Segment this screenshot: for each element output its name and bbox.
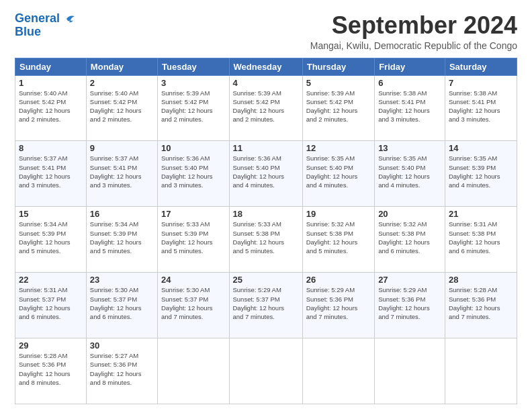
calendar-cell: 8Sunrise: 5:37 AMSunset: 5:41 PMDaylight… bbox=[15, 141, 87, 207]
calendar-cell: 17Sunrise: 5:33 AMSunset: 5:39 PMDayligh… bbox=[158, 207, 230, 273]
day-number: 29 bbox=[19, 340, 83, 351]
day-number: 21 bbox=[449, 209, 513, 219]
column-header-sunday: Sunday bbox=[15, 58, 87, 75]
calendar-cell: 25Sunrise: 5:29 AMSunset: 5:37 PMDayligh… bbox=[229, 273, 302, 338]
day-info: Sunrise: 5:34 AMSunset: 5:39 PMDaylight:… bbox=[90, 220, 154, 255]
day-info: Sunrise: 5:27 AMSunset: 5:36 PMDaylight:… bbox=[90, 351, 154, 387]
day-info: Sunrise: 5:37 AMSunset: 5:41 PMDaylight:… bbox=[19, 154, 83, 189]
logo-general: General bbox=[15, 11, 60, 25]
day-number: 1 bbox=[19, 78, 83, 88]
calendar-cell bbox=[158, 338, 230, 404]
day-number: 24 bbox=[161, 275, 226, 285]
day-info: Sunrise: 5:37 AMSunset: 5:41 PMDaylight:… bbox=[90, 154, 154, 189]
day-number: 15 bbox=[19, 209, 83, 219]
title-area: September 2024 Mangai, Kwilu, Democratic… bbox=[89, 12, 517, 51]
day-info: Sunrise: 5:33 AMSunset: 5:39 PMDaylight:… bbox=[161, 220, 226, 255]
page: General Blue September 2024 Mangai, Kwil… bbox=[0, 0, 532, 411]
month-title: September 2024 bbox=[89, 12, 517, 39]
day-number: 22 bbox=[19, 275, 83, 285]
calendar-cell: 24Sunrise: 5:30 AMSunset: 5:37 PMDayligh… bbox=[158, 273, 230, 338]
column-header-saturday: Saturday bbox=[445, 58, 517, 75]
week-row-2: 8Sunrise: 5:37 AMSunset: 5:41 PMDaylight… bbox=[15, 141, 517, 207]
day-info: Sunrise: 5:33 AMSunset: 5:38 PMDaylight:… bbox=[233, 220, 299, 255]
calendar-body: 1Sunrise: 5:40 AMSunset: 5:42 PMDaylight… bbox=[15, 75, 517, 404]
week-row-3: 15Sunrise: 5:34 AMSunset: 5:39 PMDayligh… bbox=[15, 207, 517, 273]
logo-text: General Blue bbox=[15, 12, 60, 39]
column-header-friday: Friday bbox=[375, 58, 445, 75]
day-info: Sunrise: 5:35 AMSunset: 5:39 PMDaylight:… bbox=[449, 154, 513, 189]
day-number: 8 bbox=[19, 143, 83, 153]
day-number: 11 bbox=[233, 143, 299, 153]
calendar-cell: 7Sunrise: 5:38 AMSunset: 5:41 PMDaylight… bbox=[445, 75, 517, 141]
calendar-cell bbox=[302, 338, 374, 404]
day-info: Sunrise: 5:35 AMSunset: 5:40 PMDaylight:… bbox=[378, 154, 441, 189]
calendar-cell bbox=[375, 338, 445, 404]
column-header-thursday: Thursday bbox=[302, 58, 374, 75]
logo: General Blue bbox=[15, 12, 76, 39]
day-number: 12 bbox=[306, 143, 371, 153]
day-number: 3 bbox=[161, 78, 226, 88]
day-info: Sunrise: 5:39 AMSunset: 5:42 PMDaylight:… bbox=[161, 89, 226, 124]
calendar-cell: 20Sunrise: 5:32 AMSunset: 5:38 PMDayligh… bbox=[375, 207, 445, 273]
day-info: Sunrise: 5:30 AMSunset: 5:37 PMDaylight:… bbox=[161, 285, 226, 321]
week-row-5: 29Sunrise: 5:28 AMSunset: 5:36 PMDayligh… bbox=[15, 338, 517, 404]
day-info: Sunrise: 5:28 AMSunset: 5:36 PMDaylight:… bbox=[449, 285, 513, 321]
day-number: 30 bbox=[90, 340, 154, 351]
day-number: 14 bbox=[449, 143, 513, 153]
day-info: Sunrise: 5:39 AMSunset: 5:42 PMDaylight:… bbox=[306, 89, 371, 124]
calendar-cell: 10Sunrise: 5:36 AMSunset: 5:40 PMDayligh… bbox=[158, 141, 230, 207]
calendar-cell: 11Sunrise: 5:36 AMSunset: 5:40 PMDayligh… bbox=[229, 141, 302, 207]
day-info: Sunrise: 5:31 AMSunset: 5:37 PMDaylight:… bbox=[19, 285, 83, 321]
day-number: 17 bbox=[161, 209, 226, 219]
calendar-cell: 29Sunrise: 5:28 AMSunset: 5:36 PMDayligh… bbox=[15, 338, 87, 404]
day-info: Sunrise: 5:31 AMSunset: 5:38 PMDaylight:… bbox=[449, 220, 513, 255]
day-number: 18 bbox=[233, 209, 299, 219]
day-info: Sunrise: 5:38 AMSunset: 5:41 PMDaylight:… bbox=[378, 89, 441, 124]
day-number: 19 bbox=[306, 209, 371, 219]
day-info: Sunrise: 5:39 AMSunset: 5:42 PMDaylight:… bbox=[233, 89, 299, 124]
day-info: Sunrise: 5:28 AMSunset: 5:36 PMDaylight:… bbox=[19, 351, 83, 387]
day-info: Sunrise: 5:32 AMSunset: 5:38 PMDaylight:… bbox=[378, 220, 441, 255]
week-row-4: 22Sunrise: 5:31 AMSunset: 5:37 PMDayligh… bbox=[15, 273, 517, 338]
column-header-tuesday: Tuesday bbox=[158, 58, 230, 75]
day-number: 28 bbox=[449, 275, 513, 285]
day-number: 7 bbox=[449, 78, 513, 88]
day-number: 10 bbox=[161, 143, 226, 153]
day-number: 13 bbox=[378, 143, 441, 153]
day-info: Sunrise: 5:36 AMSunset: 5:40 PMDaylight:… bbox=[233, 154, 299, 189]
calendar-cell: 9Sunrise: 5:37 AMSunset: 5:41 PMDaylight… bbox=[86, 141, 157, 207]
day-info: Sunrise: 5:36 AMSunset: 5:40 PMDaylight:… bbox=[161, 154, 226, 189]
day-info: Sunrise: 5:32 AMSunset: 5:38 PMDaylight:… bbox=[306, 220, 371, 255]
day-info: Sunrise: 5:34 AMSunset: 5:39 PMDaylight:… bbox=[19, 220, 83, 255]
header: General Blue September 2024 Mangai, Kwil… bbox=[15, 12, 517, 51]
calendar: SundayMondayTuesdayWednesdayThursdayFrid… bbox=[15, 58, 517, 404]
calendar-cell: 14Sunrise: 5:35 AMSunset: 5:39 PMDayligh… bbox=[445, 141, 517, 207]
day-number: 4 bbox=[233, 78, 299, 88]
calendar-cell: 23Sunrise: 5:30 AMSunset: 5:37 PMDayligh… bbox=[86, 273, 157, 338]
day-number: 27 bbox=[378, 275, 441, 285]
day-info: Sunrise: 5:29 AMSunset: 5:37 PMDaylight:… bbox=[233, 285, 299, 321]
day-info: Sunrise: 5:40 AMSunset: 5:42 PMDaylight:… bbox=[90, 89, 154, 124]
day-number: 9 bbox=[90, 143, 154, 153]
calendar-cell: 18Sunrise: 5:33 AMSunset: 5:38 PMDayligh… bbox=[229, 207, 302, 273]
day-number: 6 bbox=[378, 78, 441, 88]
calendar-cell: 1Sunrise: 5:40 AMSunset: 5:42 PMDaylight… bbox=[15, 75, 87, 141]
calendar-cell: 19Sunrise: 5:32 AMSunset: 5:38 PMDayligh… bbox=[302, 207, 374, 273]
logo-blue: Blue bbox=[15, 25, 41, 38]
day-number: 5 bbox=[306, 78, 371, 88]
calendar-cell: 5Sunrise: 5:39 AMSunset: 5:42 PMDaylight… bbox=[302, 75, 374, 141]
day-number: 23 bbox=[90, 275, 154, 285]
calendar-cell: 30Sunrise: 5:27 AMSunset: 5:36 PMDayligh… bbox=[86, 338, 157, 404]
calendar-cell: 13Sunrise: 5:35 AMSunset: 5:40 PMDayligh… bbox=[375, 141, 445, 207]
calendar-cell: 4Sunrise: 5:39 AMSunset: 5:42 PMDaylight… bbox=[229, 75, 302, 141]
calendar-cell: 16Sunrise: 5:34 AMSunset: 5:39 PMDayligh… bbox=[86, 207, 157, 273]
day-number: 2 bbox=[90, 78, 154, 88]
calendar-cell: 6Sunrise: 5:38 AMSunset: 5:41 PMDaylight… bbox=[375, 75, 445, 141]
day-number: 25 bbox=[233, 275, 299, 285]
calendar-cell: 2Sunrise: 5:40 AMSunset: 5:42 PMDaylight… bbox=[86, 75, 157, 141]
calendar-cell: 27Sunrise: 5:29 AMSunset: 5:36 PMDayligh… bbox=[375, 273, 445, 338]
day-info: Sunrise: 5:40 AMSunset: 5:42 PMDaylight:… bbox=[19, 89, 83, 124]
calendar-cell: 26Sunrise: 5:29 AMSunset: 5:36 PMDayligh… bbox=[302, 273, 374, 338]
day-info: Sunrise: 5:29 AMSunset: 5:36 PMDaylight:… bbox=[378, 285, 441, 321]
calendar-cell: 21Sunrise: 5:31 AMSunset: 5:38 PMDayligh… bbox=[445, 207, 517, 273]
